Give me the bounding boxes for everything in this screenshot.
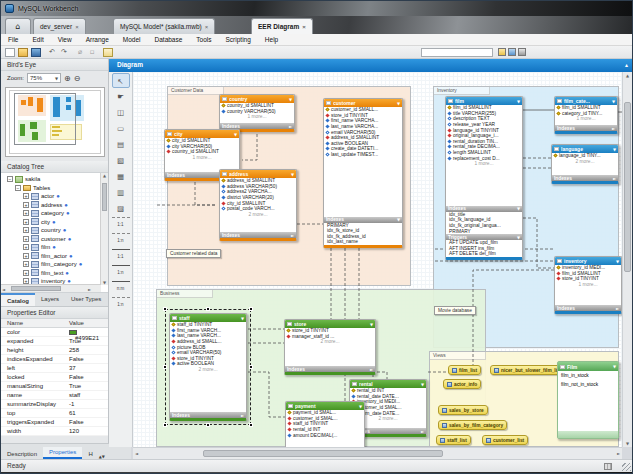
save-model-icon[interactable] (31, 48, 41, 57)
column-row[interactable]: amount DECIMAL(... (286, 432, 364, 438)
layer-tool-icon[interactable]: ▭ (112, 121, 130, 136)
routine-row[interactable]: film_not_in_stock (558, 380, 618, 389)
table-header[interactable]: language▼ (552, 145, 618, 153)
rel-1-1-tool[interactable]: 1:1 (112, 249, 130, 264)
tab-user-types[interactable]: User Types (65, 293, 107, 306)
property-row[interactable]: summarizeDisplay-1 (1, 400, 108, 409)
expand-icon[interactable]: + (23, 236, 29, 242)
tree-horizontal-scrollbar[interactable]: ◄► (1, 284, 101, 292)
tree-node-table[interactable]: + category● (3, 209, 108, 218)
view-film-list[interactable]: film_list (448, 365, 481, 375)
property-row[interactable]: indicesExpandedFalse (1, 355, 108, 364)
chevron-down-icon[interactable]: ▼ (613, 147, 616, 152)
tab-dev-server[interactable]: dev_server× (33, 18, 86, 34)
table-film[interactable]: film▼ film_id SMALLINTtitle VARCHAR(255)… (445, 96, 523, 260)
selection-handle[interactable] (249, 365, 253, 369)
tree-node-table[interactable]: + film● (3, 243, 108, 252)
menu-item[interactable]: Arrange (79, 36, 116, 43)
collapse-panel-icon[interactable]: ▴ (625, 61, 628, 68)
zoom-select[interactable]: 75%▼ (27, 73, 61, 83)
routine-group-header[interactable]: Film▼ (558, 362, 618, 371)
rel-1-n-nonid-tool[interactable]: 1:n (112, 233, 130, 248)
canvas-vertical-scrollbar[interactable]: ▲▼ (622, 72, 632, 447)
close-icon[interactable]: × (205, 24, 209, 30)
output-toggle-icon[interactable] (508, 48, 516, 56)
search-input[interactable] (421, 48, 493, 57)
chevron-down-icon[interactable]: ▼ (234, 132, 237, 137)
menu-item[interactable]: File (1, 36, 25, 43)
selection-handle[interactable] (249, 307, 253, 311)
view-actor-info[interactable]: actor_info (443, 379, 481, 389)
birds-eye-map[interactable] (5, 87, 105, 157)
selection-handle[interactable] (206, 307, 210, 311)
view-nicer-but-slower-film-list[interactable]: nicer_but_slower_film_list (490, 365, 565, 375)
resize-grip[interactable] (622, 463, 631, 471)
table-header[interactable]: payment▼ (286, 402, 364, 410)
indexes-bar[interactable]: Indexes► (285, 366, 375, 372)
property-row[interactable]: left37 (1, 364, 108, 373)
selection-rect[interactable] (165, 309, 251, 425)
table-tool-icon[interactable]: ▦ (112, 169, 130, 184)
chevron-down-icon[interactable]: ▼ (291, 172, 294, 177)
collapse-icon[interactable]: − (7, 176, 13, 182)
menu-item[interactable]: Edit (25, 36, 50, 43)
menu-item[interactable]: Database (148, 36, 190, 43)
table-header[interactable]: store▼ (285, 320, 375, 328)
property-row[interactable]: namestaff (1, 391, 108, 400)
property-row[interactable]: height258 (1, 346, 108, 355)
property-row[interactable]: top61 (1, 409, 108, 418)
tab-eer-diagram[interactable]: EER Diagram× (251, 18, 313, 34)
routine-group-tool-icon[interactable]: ▨ (112, 201, 130, 216)
table-inventory[interactable]: inventory▼ inventory_id MEDI...film_id S… (554, 256, 622, 314)
table-header[interactable]: city▼ (165, 130, 239, 138)
tab-layers[interactable]: Layers (35, 293, 65, 306)
table-store[interactable]: store▼ store_id TINYINTmanager_staff_id … (284, 319, 376, 375)
close-icon[interactable]: × (75, 24, 79, 30)
property-row-color[interactable]: color #499E21 (1, 328, 108, 337)
tab-catalog[interactable]: Catalog (1, 293, 35, 306)
table-header[interactable]: customer▼ (324, 99, 402, 107)
tree-node-table[interactable]: + film_text● (3, 269, 108, 278)
tab-description[interactable]: Description (1, 449, 43, 459)
view-sales-by-film-category[interactable]: sales_by_film_category (438, 420, 507, 430)
diagram-canvas[interactable]: Customer Data Inventory Business Views (133, 72, 622, 447)
table-header[interactable]: film▼ (446, 97, 522, 105)
table-language[interactable]: language▼ language_id TINY... 2 more... … (551, 144, 619, 184)
selection-handle[interactable] (163, 307, 167, 311)
property-row[interactable]: lockedFalse (1, 373, 108, 382)
table-customer[interactable]: customer▼ customer_id SMALL...store_id T… (323, 98, 403, 248)
chevron-down-icon[interactable]: ▼ (421, 382, 424, 387)
birds-eye-viewport[interactable] (14, 93, 76, 145)
sidebar-toggle-left-icon[interactable] (498, 48, 506, 56)
selection-handle[interactable] (163, 365, 167, 369)
rel-n-m-tool[interactable]: n:m (112, 281, 130, 296)
image-tool-icon[interactable]: ▧ (112, 153, 130, 168)
tree-node-schema[interactable]: − sakila (3, 175, 108, 184)
index-row[interactable]: idx_last_name (324, 239, 402, 245)
expand-icon[interactable]: + (23, 193, 29, 199)
table-country[interactable]: country▼ country_id SMALLINTcountry VARC… (219, 94, 295, 132)
tab-properties[interactable]: Properties (43, 447, 82, 459)
trigger-row[interactable]: AFT DELETE del_film (446, 251, 522, 257)
selection-handle[interactable] (249, 423, 253, 427)
routine-group-film[interactable]: Film▼ film_in_stockfilm_not_in_stock (557, 361, 619, 439)
expand-icon[interactable]: + (23, 202, 29, 208)
expand-icon[interactable]: + (23, 261, 29, 267)
eraser-tool-icon[interactable]: ◫ (112, 105, 130, 120)
expand-icon[interactable]: + (23, 219, 29, 225)
indexes-bar[interactable]: Indexes► (220, 232, 296, 238)
expand-icon[interactable]: + (23, 270, 29, 276)
table-header[interactable]: rental▼ (350, 380, 426, 388)
home-tab[interactable]: ⌂ (5, 18, 31, 34)
chevron-down-icon[interactable]: ▼ (612, 99, 615, 104)
tree-vertical-scrollbar[interactable]: ▲▼ (100, 173, 108, 285)
expand-icon[interactable]: + (23, 253, 29, 259)
canvas-horizontal-scrollbar[interactable]: ◄► (133, 447, 622, 459)
table-header[interactable]: inventory▼ (555, 257, 621, 265)
new-document-icon[interactable] (5, 48, 15, 57)
menu-item[interactable]: Scripting (219, 36, 258, 43)
tree-node-table[interactable]: + country● (3, 226, 108, 235)
note-customer-related-data[interactable]: Customer related data (166, 249, 221, 258)
routine-row[interactable]: film_in_stock (558, 371, 618, 380)
tree-node-tables-folder[interactable]: − Tables (3, 184, 108, 193)
